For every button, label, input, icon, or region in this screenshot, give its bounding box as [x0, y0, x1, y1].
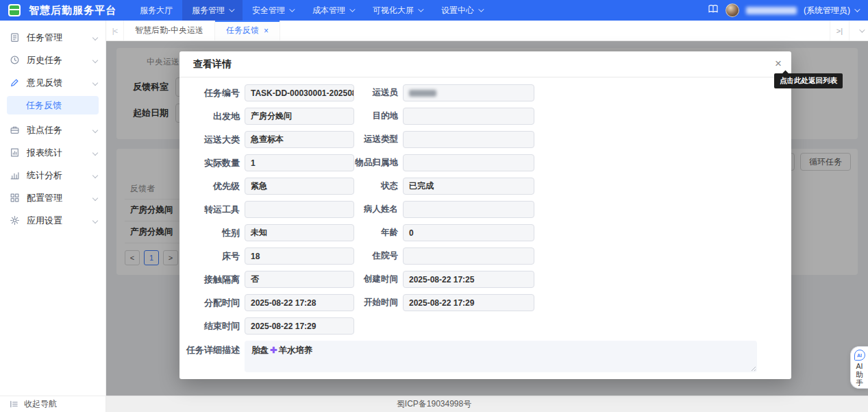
detail-field-label: 年龄 — [354, 227, 398, 239]
sidebar-subitem-active[interactable]: 任务反馈 — [7, 96, 99, 114]
detail-field-input[interactable]: 2025-08-22 17:28 — [245, 294, 354, 311]
detail-field-input[interactable]: 已完成 — [403, 178, 534, 195]
detail-field-label: 转运工具 — [179, 204, 240, 216]
report-icon — [10, 147, 20, 158]
detail-description-textarea[interactable]: 胎盘✚羊水培养 — [245, 341, 757, 372]
sidebar-item-label: 历史任务 — [27, 54, 62, 66]
detail-field-label: 接触隔离 — [179, 274, 240, 286]
detail-field-input[interactable]: TASK-DD-00030001-20250822-0006 — [245, 84, 354, 101]
description-text: 胎盘 — [251, 346, 269, 355]
detail-form-row: 接触隔离否创建时间2025-08-22 17:25 — [179, 271, 791, 288]
detail-field-input[interactable]: 2025-08-22 17:29 — [245, 317, 354, 335]
sidebar-item-label: 报表统计 — [27, 147, 62, 159]
close-icon[interactable]: × — [775, 58, 782, 69]
detail-field: 优先级紧急 — [179, 178, 354, 195]
detail-field-label: 任务编号 — [179, 87, 240, 99]
detail-field: 住院号 — [354, 247, 534, 265]
user-avatar[interactable] — [726, 3, 739, 17]
detail-field-input[interactable] — [403, 84, 534, 101]
sidebar-item-8[interactable]: 应用设置 — [0, 209, 106, 232]
tab-close-icon[interactable]: × — [264, 27, 269, 35]
chevron-down-icon — [229, 6, 234, 12]
detail-field: 运送员 — [354, 84, 534, 101]
detail-field: 床号18 — [179, 247, 354, 265]
return-list-tooltip: 点击此处返回列表 — [774, 73, 843, 88]
app-logo-icon — [8, 4, 21, 16]
detail-field-label: 性别 — [179, 227, 240, 239]
detail-field-input[interactable]: 2025-08-22 17:29 — [403, 294, 534, 311]
detail-field: 性别未知 — [179, 224, 354, 241]
tab-bar: |< 智慧后勤-中央运送任务反馈× >| — [106, 21, 868, 41]
sidebar-item-2[interactable]: 历史任务 — [0, 49, 106, 71]
detail-field-input[interactable] — [403, 154, 534, 171]
sidebar-item-4[interactable]: 驻点任务 — [0, 119, 106, 141]
sidebar-item-7[interactable]: 配置管理 — [0, 186, 106, 209]
detail-field: 病人姓名 — [354, 201, 534, 218]
chevron-down-icon — [289, 6, 295, 12]
nav-item-1[interactable]: 服务大厅 — [130, 0, 182, 21]
collapse-nav-button[interactable]: 收起导航 — [0, 396, 106, 412]
chevron-down-icon — [92, 172, 98, 178]
detail-field-input[interactable]: 紧急 — [245, 178, 354, 195]
tabs-menu-icon[interactable] — [849, 21, 868, 40]
detail-modal: 查看详情 × 任务编号TASK-DD-00030001-20250822-000… — [179, 51, 791, 379]
tab-1[interactable]: 智慧后勤-中央运送 — [124, 21, 215, 40]
detail-field-label: 分配时间 — [179, 297, 240, 309]
detail-field-input[interactable]: 0 — [403, 224, 534, 241]
resize-handle-icon[interactable] — [749, 365, 756, 371]
detail-field-label: 运送大类 — [179, 134, 240, 146]
manual-book-icon[interactable] — [708, 3, 719, 17]
detail-field-label: 出发地 — [179, 110, 240, 123]
detail-form-row: 实际数量1物品归属地 — [179, 154, 791, 171]
sidebar-item-label: 驻点任务 — [27, 124, 62, 136]
tabs-scroll-right-icon[interactable]: >| — [830, 21, 849, 40]
tab-label: 智慧后勤-中央运送 — [135, 25, 203, 36]
detail-field: 实际数量1 — [179, 154, 354, 171]
nav-item-3[interactable]: 安全管理 — [243, 0, 303, 21]
grid-icon — [10, 193, 20, 203]
sidebar-item-5[interactable]: 报表统计 — [0, 141, 106, 164]
sidebar: 任务管理历史任务意见反馈任务反馈驻点任务报表统计统计分析配置管理应用设置 — [0, 21, 106, 396]
detail-field-input[interactable]: 18 — [245, 247, 354, 265]
nav-item-5[interactable]: 可视化大屏 — [363, 0, 432, 21]
detail-field: 分配时间2025-08-22 17:28 — [179, 294, 354, 311]
detail-field-input[interactable]: 急查标本 — [245, 131, 354, 148]
detail-field-input[interactable] — [403, 108, 534, 125]
redacted-value — [409, 90, 436, 97]
detail-field-input[interactable]: 未知 — [245, 224, 354, 241]
tabs-scroll-left-icon[interactable]: |< — [106, 21, 124, 40]
chevron-down-icon — [92, 217, 98, 223]
chevron-down-icon — [854, 6, 860, 12]
detail-field-input[interactable]: 2025-08-22 17:25 — [403, 271, 534, 288]
ai-assistant-button[interactable]: AI AI助手 — [850, 346, 868, 389]
detail-field: 运送类型 — [354, 131, 534, 148]
header-right: (系统管理员) — [708, 3, 868, 17]
nav-item-label: 设置中心 — [441, 5, 474, 16]
chevron-down-icon — [92, 57, 98, 62]
detail-field-input[interactable] — [403, 131, 534, 148]
nav-item-4[interactable]: 成本管理 — [303, 0, 363, 21]
nav-item-6[interactable]: 设置中心 — [432, 0, 492, 21]
tab-2[interactable]: 任务反馈× — [215, 21, 280, 40]
nav-item-label: 安全管理 — [252, 5, 285, 16]
detail-field-input[interactable]: 否 — [245, 271, 354, 288]
detail-field-input[interactable]: 产房分娩间 — [245, 108, 354, 125]
detail-field-input[interactable]: 1 — [245, 154, 354, 171]
detail-form-row: 任务编号TASK-DD-00030001-20250822-0006运送员 — [179, 84, 791, 101]
detail-field-input[interactable] — [245, 201, 354, 218]
app-title: 智慧后勤服务平台 — [29, 4, 116, 17]
detail-field-input[interactable] — [403, 201, 534, 218]
detail-field-input[interactable] — [403, 247, 534, 265]
detail-field: 运送大类急查标本 — [179, 131, 354, 148]
sidebar-item-1[interactable]: 任务管理 — [0, 26, 106, 49]
nav-item-label: 可视化大屏 — [373, 5, 414, 16]
detail-form-row: 分配时间2025-08-22 17:28开始时间2025-08-22 17:29 — [179, 294, 791, 311]
user-role[interactable]: (系统管理员) — [804, 5, 858, 16]
detail-field: 出发地产房分娩间 — [179, 108, 354, 125]
briefcase-icon — [10, 125, 20, 135]
nav-item-2[interactable]: 服务管理 — [182, 0, 243, 21]
sidebar-item-3[interactable]: 意见反馈 — [0, 71, 106, 94]
sidebar-item-6[interactable]: 统计分析 — [0, 164, 106, 186]
detail-field-label: 运送员 — [354, 87, 398, 99]
app-header: 智慧后勤服务平台 服务大厅服务管理安全管理成本管理可视化大屏设置中心 (系统管理… — [0, 0, 868, 21]
